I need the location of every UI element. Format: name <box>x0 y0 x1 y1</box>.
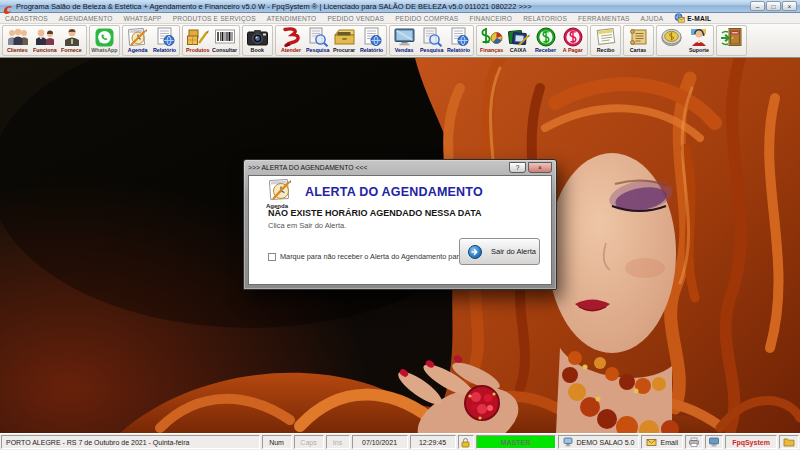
toolbar-button-report[interactable]: Relatório <box>151 26 178 55</box>
employees-icon <box>33 27 57 47</box>
alert-dialog-titlebar[interactable]: >>> ALERTA DO AGENDAMENTO <<< ? × <box>248 160 552 175</box>
dialog-help-button[interactable]: ? <box>509 162 526 173</box>
statusbar: PORTO ALEGRE - RS 7 de Outubro de 2021 -… <box>0 433 800 450</box>
toolbar-button-label: WhatsApp <box>91 47 117 53</box>
status-user: MASTER <box>476 435 556 449</box>
toolbar-button-employees[interactable]: Funciona <box>31 26 58 55</box>
red-ring <box>465 386 499 420</box>
toolbar-button-support[interactable]: Suporte <box>685 26 712 55</box>
menu-item-whatsapp[interactable]: WHATSAPP <box>124 15 162 22</box>
toolbar-button-products[interactable]: Produtos <box>184 26 211 55</box>
toolbar-button-drawer[interactable]: Procurar <box>331 26 358 55</box>
support-icon <box>688 27 710 47</box>
toolbar-group: ProdutosConsultar <box>182 25 240 56</box>
suppress-alert-label: Marque para não receber o Alerta do Agen… <box>280 252 476 261</box>
menu-item-ferramentas[interactable]: FERRAMENTAS <box>578 15 630 22</box>
whatsapp-icon <box>95 27 114 47</box>
toolbar-button-monitor[interactable]: Vendas <box>391 26 418 55</box>
search-doc-icon <box>421 27 443 47</box>
menu-item-label: CADASTROS <box>5 15 48 22</box>
toolbar-group: FinançasCAIXAReceberA Pagar <box>476 25 588 56</box>
toolbar-group: WhatsApp <box>89 25 120 56</box>
status-brand: FpqSystem <box>725 435 777 449</box>
menu-item-produtos-e-servi-os[interactable]: PRODUTOS E SERVIÇOS <box>173 15 256 22</box>
dialog-heading: ALERTA DO AGENDAMENTO <box>305 185 483 199</box>
pay-icon <box>563 27 583 47</box>
suppliers-icon <box>60 27 84 47</box>
monitor-icon <box>393 27 416 47</box>
toolbar-button-search-doc[interactable]: Pesquisa <box>418 26 445 55</box>
toolbar-button-coin[interactable] <box>658 26 685 55</box>
toolbar-button-label: CAIXA <box>510 47 527 53</box>
toolbar-button-cashbox[interactable]: CAIXA <box>505 26 532 55</box>
toolbar-button-exit[interactable] <box>718 26 745 55</box>
menu-item-agendamento[interactable]: AGENDAMENTO <box>59 15 113 22</box>
toolbar-button-agenda[interactable]: Agenda <box>124 26 151 55</box>
exit-alert-button[interactable]: Sair do Alerta <box>459 238 540 265</box>
menu-item-pedido-compras[interactable]: PEDIDO COMPRAS <box>395 15 458 22</box>
toolbar-button-report[interactable]: Relatório <box>358 26 385 55</box>
status-num-lock: Num <box>262 435 292 449</box>
menu-item-atendimento[interactable]: ATENDIMENTO <box>267 15 317 22</box>
menu-item-label: WHATSAPP <box>124 15 162 22</box>
toolbar-button-search-doc[interactable]: Pesquisa <box>304 26 331 55</box>
alert-dialog-title: >>> ALERTA DO AGENDAMENTO <<< <box>248 164 509 171</box>
toolbar-button-suppliers[interactable]: Fornece <box>58 26 85 55</box>
toolbar-button-receipt[interactable]: Recibo <box>592 26 619 55</box>
toolbar-button-receive[interactable]: Receber <box>532 26 559 55</box>
app-window: Programa Salão de Beleza & Estética + Ag… <box>0 0 800 450</box>
menu-item-cadastros[interactable]: CADASTROS <box>5 15 48 22</box>
menu-item-label: RELATORIOS <box>523 15 567 22</box>
toolbar-button-label: Produtos <box>186 47 209 53</box>
printer-icon[interactable] <box>685 435 703 449</box>
cashbox-icon <box>507 27 530 47</box>
toolbar-button-barcode[interactable]: Consultar <box>211 26 238 55</box>
menubar: CADASTROSAGENDAMENTOWHATSAPPPRODUTOS E S… <box>0 13 800 24</box>
toolbar-group: Book <box>242 25 273 56</box>
toolbar-button-label: Cartas <box>630 47 647 53</box>
toolbar-button-label: Fornece <box>61 47 82 53</box>
toolbar-button-letters[interactable]: Cartas <box>625 26 652 55</box>
alert-dialog: >>> ALERTA DO AGENDAMENTO <<< ? × Agenda <box>243 159 557 290</box>
toolbar-group: ClientesFuncionaFornece <box>2 25 87 56</box>
status-date: 07/10/2021 <box>352 435 408 449</box>
menu-item-pedido-vendas[interactable]: PEDIDO VENDAS <box>327 15 384 22</box>
toolbar-group <box>716 25 747 56</box>
maximize-button[interactable]: □ <box>766 1 781 11</box>
toolbar-button-label: Pesquisa <box>306 47 329 53</box>
menu-item-label: PEDIDO COMPRAS <box>395 15 458 22</box>
toolbar-button-finance[interactable]: Finanças <box>478 26 505 55</box>
search-doc-icon <box>307 27 329 47</box>
exit-alert-button-label: Sair do Alerta <box>491 247 536 256</box>
toolbar-button-label: Pesquisa <box>420 47 443 53</box>
monitor-icon[interactable] <box>705 435 723 449</box>
finance-icon <box>480 27 503 47</box>
toolbar-button-whatsapp[interactable]: WhatsApp <box>91 26 118 55</box>
clients-icon <box>6 27 30 47</box>
agenda-alert-icon <box>268 178 294 206</box>
menu-item-financeiro[interactable]: FINANCEIRO <box>469 15 512 22</box>
app-logo-icon <box>3 1 13 11</box>
status-email[interactable]: Email <box>641 435 683 449</box>
toolbar-group: Suporte <box>656 25 714 56</box>
toolbar-button-report[interactable]: Relatório <box>445 26 472 55</box>
toolbar-button-label: Atender <box>280 47 300 53</box>
toolbar-button-label: Finanças <box>480 47 503 53</box>
menu-item-e-mail[interactable]: E-MAIL <box>674 13 711 23</box>
menu-item-label: E-MAIL <box>687 15 711 22</box>
dialog-close-button[interactable]: × <box>528 162 552 173</box>
menu-item-relatorios[interactable]: RELATORIOS <box>523 15 567 22</box>
toolbar-button-pay[interactable]: A Pagar <box>559 26 586 55</box>
suppress-alert-checkbox[interactable] <box>268 253 276 261</box>
letters-icon <box>628 27 650 47</box>
status-location: PORTO ALEGRE - RS 7 de Outubro de 2021 -… <box>1 435 260 449</box>
minimize-button[interactable]: – <box>750 1 765 11</box>
close-button[interactable]: × <box>782 1 797 11</box>
toolbar-button-clients[interactable]: Clientes <box>4 26 31 55</box>
toolbar-button-attend[interactable]: Atender <box>277 26 304 55</box>
agenda-icon <box>127 27 149 47</box>
window-title: Programa Salão de Beleza & Estética + Ag… <box>16 2 746 11</box>
menu-item-ajuda[interactable]: AJUDA <box>641 15 664 22</box>
toolbar-button-camera[interactable]: Book <box>244 26 271 55</box>
toolbar-button-label: Consultar <box>212 47 237 53</box>
